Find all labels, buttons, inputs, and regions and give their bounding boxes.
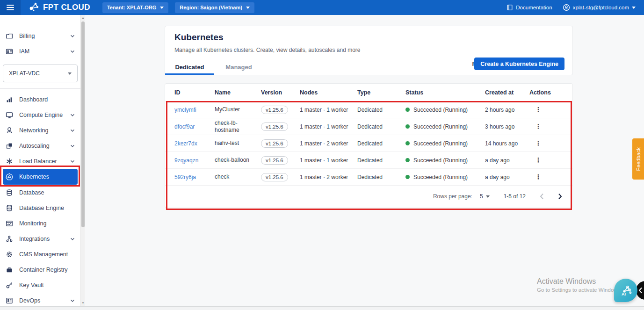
sidebar-item-label: Integrations — [19, 236, 50, 242]
row-actions-kebab-icon[interactable]: ⋮ — [529, 106, 542, 113]
compute-engine-icon — [6, 111, 13, 119]
previous-page-button[interactable] — [540, 193, 544, 200]
molecule-logo-icon — [28, 1, 40, 14]
chevron-down-icon — [246, 7, 250, 9]
top-bar: FPT CLOUD Tenant: XPLAT-ORG Region: Saig… — [0, 0, 644, 15]
col-header-created-at: Created at — [485, 89, 529, 96]
region-selector[interactable]: Region: Saigon (Vietnam) — [175, 2, 254, 13]
sidebar-item-billing[interactable]: Billing — [0, 28, 80, 43]
sidebar-item-container-registry[interactable]: Container Registry — [0, 262, 80, 277]
sidebar-item-label: Autoscaling — [19, 143, 50, 149]
create-kubernetes-engine-button[interactable]: Create a Kubernetes Engine — [474, 58, 564, 70]
version-chip: v1.25.6 — [261, 156, 288, 165]
sidebar-item-database-engine[interactable]: Database Engine — [0, 200, 80, 216]
chevron-down-icon — [70, 34, 75, 38]
sidebar-divider — [0, 88, 80, 89]
sidebar-item-kubernetes[interactable]: Kubernetes — [3, 169, 78, 185]
status-dot-green — [405, 175, 410, 179]
created-at: 14 hours ago — [485, 140, 529, 147]
sidebar-item-cms-management[interactable]: CMS Management — [0, 246, 80, 262]
watermark-line1: Activate Windows — [537, 277, 620, 286]
cluster-name: check-lb-hostname — [215, 120, 261, 134]
pagination: Rows per page: 5 1-5 of 12 — [165, 185, 572, 208]
rows-per-page-value: 5 — [480, 193, 483, 200]
table-row: dfocf9ar check-lb-hostname v1.25.6 1 mas… — [165, 118, 572, 135]
sidebar-item-dashboard[interactable]: Dashboard — [0, 92, 80, 107]
cluster-nodes: 1 master · 1 worker — [300, 107, 357, 113]
tab-managed[interactable]: Managed — [214, 59, 263, 75]
sidebar-item-iam[interactable]: IAM — [0, 43, 80, 59]
tenant-selector[interactable]: Tenant: XPLAT-ORG — [102, 2, 168, 13]
cluster-nodes: 1 master · 1 worker — [300, 123, 357, 130]
chevron-down-icon — [70, 128, 75, 133]
row-actions-kebab-icon[interactable]: ⋮ — [529, 156, 542, 164]
status-text: Succeeded (Running) — [413, 123, 468, 130]
sidebar-item-label: Database Engine — [19, 205, 64, 211]
sidebar-scrollbar[interactable]: ▲ ▼ — [80, 15, 85, 310]
autoscaling-icon — [6, 142, 13, 150]
cluster-id-link[interactable]: ymclymfi — [174, 107, 196, 113]
networking-icon — [6, 127, 13, 134]
rows-per-page-select[interactable]: 5 — [480, 193, 490, 200]
sidebar-item-database[interactable]: Database — [0, 185, 80, 200]
chevron-down-icon — [70, 298, 75, 303]
container-registry-icon — [6, 266, 13, 274]
sidebar-item-load-balancer[interactable]: Load Balancer — [0, 153, 80, 169]
cluster-id-link[interactable]: 2kezr7dx — [174, 140, 197, 147]
status-dot-green — [405, 108, 410, 112]
table-row: 592ry6ja check v1.25.6 1 master · 2 work… — [165, 169, 572, 186]
cluster-id-link[interactable]: 592ry6ja — [174, 174, 196, 180]
chevron-down-icon — [632, 7, 636, 9]
tab-bar: Dedicated Managed — [165, 59, 263, 75]
devops-icon — [6, 297, 13, 304]
chevron-down-icon — [70, 159, 75, 164]
vdc-selector-value: XPLAT-VDC — [9, 70, 40, 77]
sidebar-item-label: Monitoring — [19, 220, 46, 227]
table-header-row: ID Name Version Nodes Type Status Create… — [165, 84, 572, 101]
sidebar-item-label: Load Balancer — [19, 158, 57, 165]
row-actions-kebab-icon[interactable]: ⋮ — [529, 139, 542, 147]
status-text: Succeeded (Running) — [413, 107, 468, 113]
documentation-link[interactable]: Documentation — [507, 4, 552, 11]
sidebar-item-networking[interactable]: Networking — [0, 123, 80, 138]
row-actions-kebab-icon[interactable]: ⋮ — [529, 123, 542, 130]
next-page-button[interactable] — [558, 193, 562, 200]
row-actions-kebab-icon[interactable]: ⋮ — [529, 173, 542, 180]
status-dot-green — [405, 141, 410, 145]
created-at: 3 hours ago — [485, 123, 529, 130]
scroll-down-icon[interactable]: ▼ — [81, 301, 85, 305]
tab-dedicated[interactable]: Dedicated — [165, 59, 214, 75]
sidebar-item-label: DevOps — [19, 297, 40, 304]
scrollbar-thumb[interactable] — [81, 22, 85, 227]
sidebar-item-label: Kubernetes — [19, 173, 49, 180]
cluster-type: Dedicated — [357, 174, 405, 180]
feedback-tab[interactable]: Feedback — [632, 138, 644, 180]
tenant-label: Tenant: XPLAT-ORG — [107, 5, 156, 10]
sidebar-item-key-vault[interactable]: Key Vault — [0, 277, 80, 293]
sidebar-item-autoscaling[interactable]: Autoscaling — [0, 138, 80, 153]
sidebar-item-label: Dashboard — [19, 96, 48, 103]
hamburger-menu-button[interactable] — [0, 0, 21, 15]
sidebar-item-label: Key Vault — [19, 282, 44, 288]
vdc-selector[interactable]: XPLAT-VDC — [3, 65, 78, 82]
region-label: Region: Saigon (Vietnam) — [180, 5, 242, 10]
account-menu[interactable]: xplat-stg@fptcloud.com — [563, 4, 636, 11]
cluster-nodes: 1 master · 1 worker — [300, 157, 357, 164]
col-header-actions: Actions — [529, 89, 563, 96]
created-at: a day ago — [485, 157, 529, 164]
sidebar-item-monitoring[interactable]: Monitoring — [0, 216, 80, 231]
sidebar-item-integrations[interactable]: Integrations — [0, 231, 80, 246]
topbar-right: Documentation xplat-stg@fptcloud.com — [507, 4, 644, 11]
chevron-down-icon — [160, 7, 164, 9]
col-header-name: Name — [215, 89, 261, 96]
page-subtitle: Manage all Kubernetes clusters. Create, … — [174, 47, 361, 53]
scroll-up-icon[interactable]: ▲ — [81, 15, 85, 20]
sidebar: Billing IAM XPLAT-VDC Dashboard Compute … — [0, 15, 80, 310]
chevron-down-icon — [70, 113, 75, 117]
cluster-id-link[interactable]: 9zqyaqzn — [174, 157, 198, 164]
sidebar-item-compute-engine[interactable]: Compute Engine — [0, 107, 80, 123]
cluster-id-link[interactable]: dfocf9ar — [174, 123, 195, 130]
ai-assistant-bubble[interactable]: AI — [614, 279, 637, 302]
chevron-down-icon — [70, 237, 75, 241]
brand-logo[interactable]: FPT CLOUD — [28, 1, 90, 14]
